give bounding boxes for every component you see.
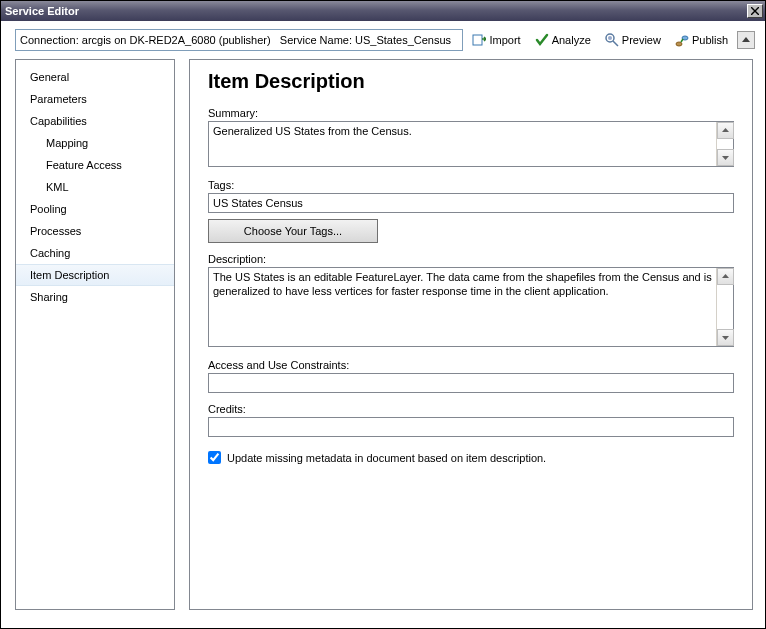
update-meta-row: Update missing metadata in document base… (208, 451, 734, 464)
summary-scrollbar[interactable] (716, 122, 733, 166)
sidebar-item-pooling[interactable]: Pooling (16, 198, 174, 220)
summary-wrap (208, 121, 734, 169)
choose-tags-button[interactable]: Choose Your Tags... (208, 219, 378, 243)
publish-icon (675, 33, 689, 47)
description-label: Description: (208, 253, 734, 265)
sidebar-item-caching[interactable]: Caching (16, 242, 174, 264)
scroll-up-icon[interactable] (717, 122, 734, 139)
credits-input[interactable] (208, 417, 734, 437)
close-icon (751, 7, 759, 15)
update-meta-checkbox[interactable] (208, 451, 221, 464)
sidebar: GeneralParametersCapabilitiesMappingFeat… (15, 59, 175, 610)
sidebar-item-processes[interactable]: Processes (16, 220, 174, 242)
sidebar-item-feature-access[interactable]: Feature Access (16, 154, 174, 176)
connection-field[interactable] (15, 29, 463, 51)
credits-label: Credits: (208, 403, 734, 415)
collapse-button[interactable] (737, 31, 755, 49)
svg-point-3 (676, 42, 682, 46)
chevron-up-icon (741, 35, 751, 45)
sidebar-item-parameters[interactable]: Parameters (16, 88, 174, 110)
summary-input[interactable] (208, 121, 734, 167)
toolbar: Import Analyze Preview Publish (1, 21, 765, 59)
publish-label: Publish (692, 34, 728, 46)
analyze-button[interactable]: Analyze (530, 29, 596, 51)
page-title: Item Description (208, 70, 734, 93)
import-icon (472, 33, 486, 47)
scroll-down-icon[interactable] (717, 329, 734, 346)
publish-button[interactable]: Publish (670, 29, 733, 51)
preview-button[interactable]: Preview (600, 29, 666, 51)
analyze-icon (535, 33, 549, 47)
sidebar-item-mapping[interactable]: Mapping (16, 132, 174, 154)
body: GeneralParametersCapabilitiesMappingFeat… (1, 59, 765, 628)
import-label: Import (489, 34, 520, 46)
tags-input[interactable] (208, 193, 734, 213)
access-label: Access and Use Constraints: (208, 359, 734, 371)
preview-icon (605, 33, 619, 47)
window-title: Service Editor (5, 5, 747, 17)
sidebar-item-general[interactable]: General (16, 66, 174, 88)
svg-point-2 (608, 36, 612, 40)
tags-label: Tags: (208, 179, 734, 191)
sidebar-item-capabilities[interactable]: Capabilities (16, 110, 174, 132)
access-input[interactable] (208, 373, 734, 393)
summary-label: Summary: (208, 107, 734, 119)
import-button[interactable]: Import (467, 29, 525, 51)
analyze-label: Analyze (552, 34, 591, 46)
sidebar-item-sharing[interactable]: Sharing (16, 286, 174, 308)
preview-label: Preview (622, 34, 661, 46)
svg-rect-0 (473, 35, 482, 45)
description-wrap (208, 267, 734, 349)
titlebar: Service Editor (1, 1, 765, 21)
sidebar-item-kml[interactable]: KML (16, 176, 174, 198)
scroll-up-icon[interactable] (717, 268, 734, 285)
sidebar-item-item-description[interactable]: Item Description (16, 264, 174, 286)
scroll-down-icon[interactable] (717, 149, 734, 166)
service-editor-window: Service Editor Import Analyze Preview (0, 0, 766, 629)
update-meta-label: Update missing metadata in document base… (227, 452, 546, 464)
description-scrollbar[interactable] (716, 268, 733, 346)
description-input[interactable] (208, 267, 734, 347)
close-button[interactable] (747, 4, 763, 18)
main-panel: Item Description Summary: Tags: Choose Y… (189, 59, 753, 610)
